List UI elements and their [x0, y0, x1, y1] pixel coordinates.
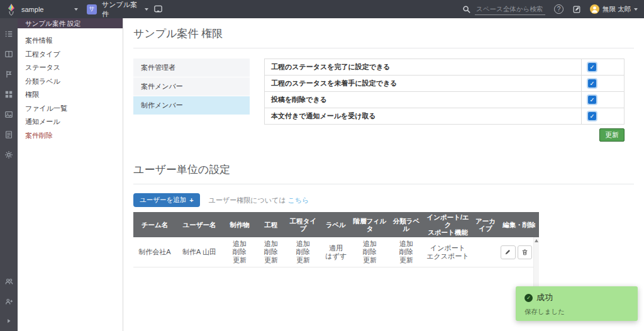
cell-team: 制作会社A	[133, 237, 176, 267]
sidebar-item-permissions[interactable]: 権限	[18, 88, 123, 102]
user-permissions-table: チーム名 ユーザー名 制作物 工程 工程タイプ ラベル 階層フィルタ 分類ラベル…	[133, 212, 539, 308]
permission-label: 工程のステータスを未着手に設定できる	[265, 76, 582, 92]
settings-sidebar: サンプル案件 設定 案件情報 工程タイプ ステータス 分類ラベル 権限 ファイル…	[18, 18, 123, 331]
permission-checkbox[interactable]: ✓	[588, 96, 596, 104]
workflow-icon[interactable]	[4, 70, 13, 79]
icon-rail	[0, 18, 18, 331]
add-user-label: ユーザーを追加	[140, 196, 186, 205]
book-icon[interactable]	[4, 50, 13, 59]
user-permission-note: ユーザー権限については こちら	[209, 196, 309, 205]
permission-row: 工程のステータスを未着手に設定できる ✓	[265, 76, 625, 92]
add-user-button[interactable]: ユーザーを追加 +	[133, 193, 200, 207]
space-switcher[interactable]: sample	[21, 6, 78, 13]
divider	[133, 48, 634, 48]
user-add-icon[interactable]	[4, 297, 14, 306]
project-avatar[interactable]: サ	[87, 4, 97, 14]
col-label: ラベル	[321, 212, 351, 237]
trash-icon	[521, 249, 528, 256]
cell-process-type: 追加 削除 更新	[286, 237, 321, 267]
sidebar-item-project-info[interactable]: 案件情報	[18, 34, 123, 48]
role-tab-project-admin[interactable]: 案件管理者	[133, 59, 250, 77]
feedback-icon[interactable]	[572, 5, 581, 14]
page-title: サンプル案件 権限	[133, 26, 634, 41]
users-icon[interactable]	[4, 277, 14, 286]
caret-down-icon	[145, 8, 148, 11]
toast-message: 保存しました	[525, 308, 629, 317]
project-name: サンプル案件	[102, 0, 141, 19]
permissions-table: 工程のステータスを完了に設定できる ✓ 工程のステータスを未着手に設定できる ✓…	[264, 59, 625, 125]
col-team: チーム名	[133, 212, 176, 237]
sidebar-item-file-list[interactable]: ファイル一覧	[18, 102, 123, 116]
permission-checkbox[interactable]: ✓	[588, 112, 596, 120]
cell-actions	[499, 237, 533, 267]
permission-checkbox[interactable]: ✓	[588, 63, 596, 71]
toast-title: 成功	[536, 292, 553, 303]
permissions-panel: 案件管理者 案件メンバー 制作メンバー 工程のステータスを完了に設定できる ✓ …	[133, 59, 634, 142]
topbar: sample サ サンプル案件	[0, 0, 644, 18]
sidebar-item-status[interactable]: ステータス	[18, 61, 123, 75]
app-logo-icon[interactable]	[6, 3, 16, 16]
user-avatar	[590, 4, 599, 14]
sidebar-item-delete-project[interactable]: 案件削除	[18, 129, 123, 143]
scroll-up-icon[interactable]	[535, 239, 538, 242]
cell-category-label: 追加 削除 更新	[389, 237, 424, 267]
space-name: sample	[21, 6, 70, 13]
user-settings-title: ユーザー単位の設定	[133, 162, 634, 177]
permission-checkbox[interactable]: ✓	[588, 79, 596, 87]
col-hierarchy-filter: 階層フィルタ	[351, 212, 389, 237]
sidebar-item-notification-mail[interactable]: 通知メール	[18, 115, 123, 129]
sidebar-header: サンプル案件 設定	[18, 18, 123, 28]
app-window: sample サ サンプル案件	[0, 0, 644, 331]
cell-import-export: インポート エクスポート	[424, 237, 472, 267]
permission-label: 工程のステータスを完了に設定できる	[265, 59, 582, 76]
user-table-header: チーム名 ユーザー名 制作物 工程 工程タイプ ラベル 階層フィルタ 分類ラベル…	[133, 212, 539, 237]
sidebar-item-category-label[interactable]: 分類ラベル	[18, 75, 123, 89]
role-tab-production-member[interactable]: 制作メンバー	[133, 96, 250, 115]
col-process: 工程	[257, 212, 286, 237]
role-tabs: 案件管理者 案件メンバー 制作メンバー	[133, 59, 250, 142]
gear-icon[interactable]	[4, 150, 13, 159]
divider	[133, 184, 634, 184]
expand-arrow-icon[interactable]	[6, 317, 12, 325]
permission-label: 投稿を削除できる	[265, 92, 582, 108]
cell-user: 制作A 山田	[176, 237, 223, 267]
search-input[interactable]	[475, 4, 545, 15]
user-permission-help-link[interactable]: こちら	[288, 196, 309, 204]
col-category-label: 分類ラベル	[389, 212, 424, 237]
cell-archive	[472, 237, 499, 267]
caret-down-icon	[74, 8, 78, 11]
update-button[interactable]: 更新	[599, 128, 625, 142]
search-icon	[462, 5, 471, 14]
edit-button[interactable]	[501, 245, 516, 259]
help-icon[interactable]: ?	[554, 4, 564, 14]
list-icon[interactable]	[4, 30, 13, 38]
col-user: ユーザー名	[176, 212, 223, 237]
caret-down-icon	[634, 8, 638, 11]
grid-icon[interactable]	[4, 90, 13, 99]
form-icon[interactable]	[4, 130, 13, 139]
cell-label: 適用 はずす	[321, 237, 351, 267]
sidebar-item-process-type[interactable]: 工程タイプ	[18, 48, 123, 62]
col-archive: アーカイブ	[472, 212, 499, 237]
user-name: 無限 太郎	[602, 5, 631, 14]
cell-hierarchy-filter: 追加 削除 更新	[351, 237, 389, 267]
project-switcher[interactable]: サンプル案件	[102, 0, 148, 19]
delete-button[interactable]	[518, 245, 533, 259]
table-row: 制作会社A 制作A 山田 追加 削除 更新 追加 削除 更新 追加 削除 更新 …	[133, 237, 533, 267]
monitor-icon[interactable]	[153, 4, 163, 14]
permission-row: 工程のステータスを完了に設定できる ✓	[265, 59, 625, 76]
permission-label: 本文付きで通知メールを受け取る	[265, 108, 582, 125]
col-process-type: 工程タイプ	[286, 212, 321, 237]
pencil-icon	[504, 249, 511, 255]
cell-product: 追加 削除 更新	[223, 237, 257, 267]
role-tab-project-member[interactable]: 案件メンバー	[133, 77, 250, 96]
success-check-icon: ✓	[525, 294, 533, 302]
success-toast: ✓ 成功 保存しました	[516, 286, 638, 321]
col-edit-delete: 編集・削除	[499, 212, 539, 237]
image-icon[interactable]	[4, 110, 13, 119]
user-menu[interactable]: 無限 太郎	[590, 4, 638, 14]
permission-row: 投稿を削除できる ✓	[265, 92, 625, 108]
col-import-export: インポート/エク スポート機能	[424, 212, 472, 237]
cell-process: 追加 削除 更新	[257, 237, 286, 267]
main-content: サンプル案件 権限 案件管理者 案件メンバー 制作メンバー 工程のステータスを完…	[124, 18, 644, 331]
